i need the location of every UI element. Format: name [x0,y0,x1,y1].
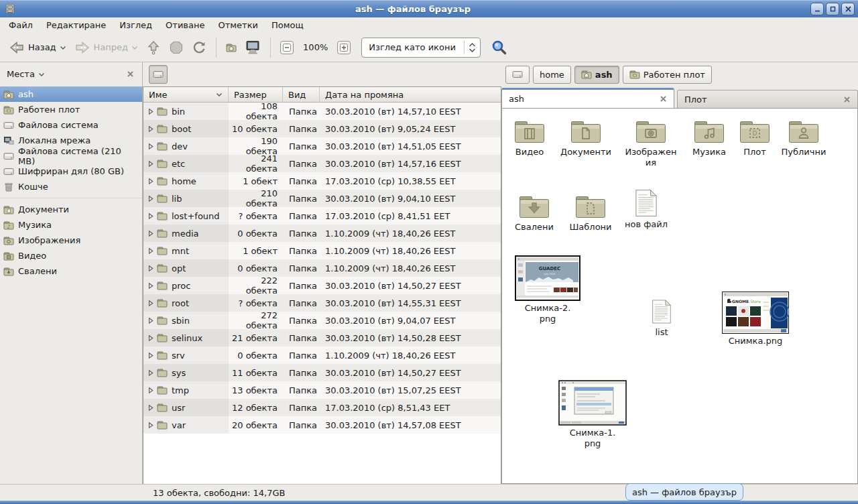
expander-icon[interactable] [147,352,157,359]
column-header-modified[interactable]: Дата на промяна [320,87,501,103]
expander-icon[interactable] [147,195,157,202]
zoom-out-button[interactable] [276,38,298,57]
icon-item-snimka2[interactable]: GUADECJuly 2010 Снимка-2.png [513,255,582,324]
sidebar-bookmark-item[interactable]: Видео [0,248,142,263]
title-bar[interactable]: ash — файлов браузър [0,0,858,17]
table-row[interactable]: var 20 обекта Папка 30.03.2010 (вт) 14,5… [143,416,501,434]
forward-dropdown-chevron-icon[interactable] [131,45,138,50]
table-row[interactable]: opt 0 обекта Папка 1.10.2009 (чт) 18,40,… [143,259,501,277]
places-selector[interactable]: Места [7,69,35,79]
column-header-name[interactable]: Име [143,87,229,103]
icon-item-downloads[interactable]: Свалени [507,193,561,233]
icon-item-desktop[interactable]: D Плот [728,118,782,158]
back-button[interactable]: Назад [5,38,70,58]
expander-icon[interactable] [147,125,157,133]
expander-icon[interactable] [147,265,157,272]
path-ash-button[interactable]: ash [574,66,619,84]
expander-icon[interactable] [147,282,157,290]
expander-icon[interactable] [147,334,157,342]
table-row[interactable]: bin 108 обекта Папка 30.03.2010 (вт) 14,… [143,103,501,120]
menu-view[interactable]: Изглед [113,19,159,32]
view-mode-select[interactable]: Изглед като икони [361,38,481,58]
icon-item-public[interactable]: Публични [776,118,832,158]
expander-icon[interactable] [147,230,157,237]
sidebar-place-item[interactable]: Шифриран дял (80 GB) [0,164,142,179]
expander-icon[interactable] [147,108,157,115]
table-row[interactable]: root ? обекта Папка 30.03.2010 (вт) 14,5… [143,294,501,312]
minimize-button[interactable] [810,3,824,15]
expander-icon[interactable] [147,212,157,220]
path-home-button[interactable]: home [533,66,571,84]
zoom-in-button[interactable] [333,38,355,57]
menu-edit[interactable]: Редактиране [40,19,113,32]
table-row[interactable]: etc 241 обекта Папка 30.03.2010 (вт) 14,… [143,155,501,172]
home-button[interactable] [222,40,241,56]
table-row[interactable]: boot 10 обекта Папка 30.03.2010 (вт) 9,0… [143,120,501,137]
expander-icon[interactable] [147,404,157,412]
table-row[interactable]: usr 12 обекта Папка 17.03.2010 (ср) 8,51… [143,399,501,416]
icon-item-snimka1[interactable]: Снимка-1.png [557,380,628,448]
menu-file[interactable]: Файл [2,19,40,32]
tab-close-icon[interactable] [843,96,851,103]
icon-item-templates[interactable]: Шаблони [564,193,617,233]
back-dropdown-chevron-icon[interactable] [60,45,66,50]
table-row[interactable]: sys 11 обекта Папка 30.03.2010 (вт) 14,5… [143,364,501,381]
icon-item-new-file[interactable]: нов файл [619,189,673,230]
table-row[interactable]: selinux 21 обекта Папка 30.03.2010 (вт) … [143,329,501,346]
icon-item-list[interactable]: list [640,298,683,338]
maximize-button[interactable] [826,3,839,15]
table-row[interactable]: srv 0 обекта Папка 1.10.2009 (чт) 18,40,… [143,346,501,364]
path-desktop-button[interactable]: Работен плот [623,66,712,84]
sidebar-bookmark-item[interactable]: Свалени [0,263,142,279]
column-header-type[interactable]: Вид [283,87,320,103]
icon-item-images[interactable]: Изображения [623,118,678,168]
root-path-button[interactable] [149,65,168,84]
tab-ash[interactable]: ash [501,88,674,108]
expander-icon[interactable] [147,387,157,394]
sidebar-place-item[interactable]: Файлова система (210 MB) [0,148,142,164]
menu-go[interactable]: Отиване [159,19,211,32]
table-row[interactable]: media 0 обекта Папка 1.10.2009 (чт) 18,4… [143,225,501,242]
tab-plot[interactable]: Плот [677,90,858,108]
icon-item-snimka[interactable]: GNOMEStore Снимка.png [721,292,790,346]
sidebar-place-item[interactable]: Файлова система [0,117,142,133]
places-chevron-icon[interactable] [38,72,45,77]
menu-bookmarks[interactable]: Отметки [211,19,264,32]
sidebar-place-item[interactable]: Работен плот [0,102,142,117]
expander-icon[interactable] [147,317,157,324]
sidebar-bookmark-item[interactable]: Документи [0,202,142,217]
expander-icon[interactable] [147,300,157,307]
icon-view[interactable]: Видео Документи Изображения Музика D Пло… [501,108,858,484]
expander-icon[interactable] [147,247,157,255]
menu-help[interactable]: Помощ [265,19,310,32]
sidebar-bookmark-item[interactable]: Изображения [0,233,142,248]
up-button[interactable] [142,37,165,58]
table-row[interactable]: home 1 обект Папка 17.03.2010 (ср) 10,38… [143,172,501,190]
table-row[interactable]: sbin 272 обекта Папка 30.03.2010 (вт) 9,… [143,312,501,329]
close-button[interactable] [841,3,855,15]
sidebar-close-button[interactable] [125,69,135,79]
expander-icon[interactable] [147,369,157,377]
icon-item-video[interactable]: Видео [503,118,556,158]
expander-icon[interactable] [147,178,157,185]
column-header-size[interactable]: Размер [229,87,283,103]
sidebar-place-item[interactable]: ash [0,86,142,102]
computer-button[interactable] [241,38,265,58]
reload-button[interactable] [188,38,210,58]
table-row[interactable]: proc 222 обекта Папка 30.03.2010 (вт) 14… [143,277,501,294]
search-button[interactable] [489,37,510,58]
sidebar-bookmark-item[interactable]: ♪ Музика [0,217,142,233]
path-root-button[interactable] [505,66,530,84]
tab-close-icon[interactable] [660,95,667,103]
table-row[interactable]: tmp 13 обекта Папка 30.03.2010 (вт) 15,0… [143,381,501,399]
icon-item-documents[interactable]: Документи [559,118,613,158]
table-row[interactable]: mnt 1 обект Папка 1.10.2009 (чт) 18,40,2… [143,242,501,259]
forward-button[interactable]: Напред [70,38,142,58]
expander-icon[interactable] [147,422,157,429]
stop-button[interactable] [165,38,188,58]
sidebar-place-item[interactable]: Кошче [0,179,142,194]
table-row[interactable]: lib 210 обекта Папка 30.03.2010 (вт) 9,0… [143,190,501,207]
expander-icon[interactable] [147,160,157,168]
expander-icon[interactable] [147,143,157,150]
table-row[interactable]: dev 190 обекта Папка 30.03.2010 (вт) 14,… [143,137,501,155]
